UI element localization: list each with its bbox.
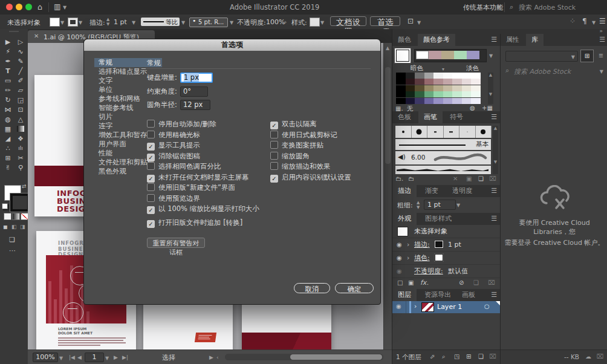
clear-appearance-icon[interactable]: ⊘ bbox=[459, 279, 464, 286]
ok-button[interactable]: 确定 bbox=[335, 283, 374, 293]
fill-color-chip[interactable] bbox=[435, 254, 443, 261]
preferences-button[interactable]: 首选项 bbox=[370, 16, 400, 26]
color-variation-swatch[interactable] bbox=[471, 85, 481, 91]
opacity-link[interactable]: 不透明度: bbox=[414, 265, 443, 278]
tab-brushes[interactable]: 画笔 bbox=[418, 111, 443, 123]
vertical-scroll-thumb[interactable] bbox=[385, 67, 391, 164]
symbol-sprayer-tool[interactable]: ∴ bbox=[2, 144, 14, 153]
new-fill-icon[interactable]: ▣ bbox=[408, 279, 414, 286]
tab-color-guide[interactable]: 颜色参考 bbox=[418, 34, 455, 46]
status-expand-icon[interactable]: ▶ bbox=[209, 354, 213, 360]
shape-builder-tool[interactable]: ◍ bbox=[2, 115, 14, 124]
new-stroke-icon[interactable]: □ bbox=[397, 279, 403, 286]
stroke-color-chip[interactable] bbox=[435, 241, 443, 248]
new-sublayer-icon[interactable]: ⊞ bbox=[466, 353, 471, 360]
pref-checkbox[interactable]: ✓以 100% 缩放比例显示打印大小 bbox=[147, 204, 259, 213]
pref-checkbox[interactable]: ✓双击以隔离 bbox=[270, 120, 317, 128]
scroll-up-icon[interactable]: ▲ bbox=[386, 45, 389, 51]
edit-colors-icon[interactable]: ◍ bbox=[470, 105, 475, 111]
color-variation-swatch[interactable] bbox=[443, 98, 453, 104]
expand-icon[interactable]: › bbox=[407, 252, 409, 264]
horizontal-scrollbar[interactable] bbox=[225, 354, 383, 360]
duplicate-item-icon[interactable]: ❏ bbox=[473, 279, 479, 286]
color-variation-swatch[interactable] bbox=[462, 98, 472, 104]
chevron-down-icon[interactable]: ▼ bbox=[489, 53, 493, 59]
color-variation-swatch[interactable] bbox=[443, 73, 453, 79]
document-setup-button[interactable]: 文档设置 bbox=[330, 16, 366, 26]
rotate-tool[interactable]: ↻ bbox=[2, 96, 14, 105]
lasso-tool[interactable]: ∿ bbox=[15, 47, 27, 56]
harmony-color-swatch[interactable] bbox=[454, 51, 467, 59]
hand-tool[interactable]: ✌ bbox=[2, 163, 14, 172]
visibility-eye-icon[interactable]: ◉ bbox=[397, 265, 402, 278]
delete-item-icon[interactable]: ⌧ bbox=[488, 279, 495, 286]
stepper-icon[interactable]: ▲▼ bbox=[417, 200, 420, 210]
selection-tool[interactable]: ▶ bbox=[2, 37, 14, 47]
chevron-down-icon[interactable]: ▼ bbox=[600, 69, 603, 74]
color-variation-swatch[interactable] bbox=[396, 85, 406, 91]
color-variation-swatch[interactable] bbox=[415, 79, 424, 85]
stepper-icon[interactable]: ▲▼ bbox=[106, 17, 109, 27]
tab-swatches[interactable]: 色板 bbox=[392, 111, 417, 123]
pref-checkbox[interactable]: 缩放描边和效果 bbox=[270, 162, 331, 171]
chevron-down-icon[interactable]: ▼ bbox=[63, 5, 67, 10]
layer-name[interactable]: Layer 1 bbox=[437, 303, 462, 311]
panel-menu-icon[interactable]: ☰ bbox=[491, 113, 497, 121]
chevron-down-icon[interactable]: ▼ bbox=[105, 356, 109, 361]
pref-checkbox[interactable]: 使用旧版“新建文件”界面 bbox=[147, 183, 235, 192]
tab-properties[interactable]: 属性 bbox=[501, 34, 525, 46]
reset-warnings-button[interactable]: 重置所有警告对话框 bbox=[147, 238, 205, 248]
gradient-tool[interactable] bbox=[15, 125, 27, 134]
draw-normal-icon[interactable]: ◼ bbox=[3, 224, 7, 230]
chevron-down-icon[interactable]: ▼ bbox=[181, 20, 185, 25]
checkbox-unchecked[interactable] bbox=[147, 131, 155, 138]
collapse-panels-icon[interactable]: » bbox=[599, 28, 603, 34]
library-search-input[interactable]: 搜索 Adobe Stock bbox=[514, 67, 571, 76]
line-segment-tool[interactable]: ╱ bbox=[15, 67, 27, 76]
harmony-rule-strip[interactable] bbox=[414, 49, 487, 62]
panel-grip[interactable] bbox=[9, 31, 19, 32]
new-layer-icon[interactable]: ❏ bbox=[478, 353, 484, 360]
width-profile-dropdown[interactable]: 等比 bbox=[141, 18, 180, 26]
stroke-color-indicator[interactable] bbox=[10, 193, 30, 212]
layer-target-icon[interactable]: ○ bbox=[484, 303, 490, 310]
visibility-eye-icon[interactable]: ◉ bbox=[397, 252, 402, 264]
sync-error-icon[interactable]: ☁ bbox=[585, 353, 591, 360]
delete-library-item-icon[interactable]: ⌧ bbox=[596, 353, 603, 360]
first-artboard-icon[interactable]: |◀ bbox=[69, 354, 75, 360]
brush-item[interactable] bbox=[444, 126, 460, 138]
pref-checkbox[interactable]: ✓显示工具提示 bbox=[147, 141, 200, 149]
brush-item[interactable] bbox=[476, 126, 492, 138]
color-variation-swatch[interactable] bbox=[433, 79, 443, 85]
collect-for-export-icon[interactable]: ⬀ bbox=[430, 353, 435, 360]
fill-swatch[interactable] bbox=[50, 18, 60, 27]
remove-brush-stroke-icon[interactable]: ✕ bbox=[453, 175, 458, 182]
brush-item[interactable] bbox=[395, 126, 412, 138]
harmony-color-swatch[interactable] bbox=[441, 51, 454, 59]
pref-checkbox[interactable]: 选择相同色调百分比 bbox=[147, 162, 221, 171]
color-variation-swatch[interactable] bbox=[443, 85, 453, 91]
visibility-eye-icon[interactable]: ◉ bbox=[397, 238, 402, 251]
close-tab-icon[interactable]: ✕ bbox=[34, 33, 39, 39]
color-grid-scrollbar[interactable]: ▲▼ bbox=[488, 73, 493, 104]
color-variation-swatch[interactable] bbox=[406, 98, 415, 104]
pref-checkbox[interactable]: ✓启用内容识别默认设置 bbox=[270, 173, 351, 181]
color-variation-swatch[interactable] bbox=[462, 79, 472, 85]
type-tool[interactable]: T bbox=[2, 67, 14, 76]
checkbox-checked[interactable]: ✓ bbox=[147, 220, 155, 228]
brush-libraries-icon[interactable]: 🗀. bbox=[395, 175, 403, 182]
align-icon[interactable]: ⁘ bbox=[570, 17, 576, 25]
blend-tool[interactable]: ❖ bbox=[15, 134, 27, 143]
draw-inside-icon[interactable]: ◨ bbox=[20, 224, 25, 230]
paintbrush-tool[interactable]: ✐ bbox=[15, 76, 27, 85]
slice-tool[interactable]: ✂ bbox=[15, 154, 27, 163]
panel-menu-icon[interactable]: ☰ bbox=[599, 36, 605, 44]
color-variation-swatch[interactable] bbox=[471, 73, 481, 79]
screen-mode-icon[interactable]: ❏ bbox=[9, 236, 15, 244]
chevron-down-icon[interactable]: ▼ bbox=[592, 20, 596, 25]
panel-menu-icon[interactable]: ☰ bbox=[491, 291, 497, 299]
delete-brush-icon[interactable]: ⌧ bbox=[489, 175, 496, 182]
color-variation-swatch[interactable] bbox=[396, 98, 406, 104]
delete-layer-icon[interactable]: ⌧ bbox=[489, 353, 496, 360]
arrange-documents-icon[interactable]: ▥ bbox=[54, 2, 60, 11]
